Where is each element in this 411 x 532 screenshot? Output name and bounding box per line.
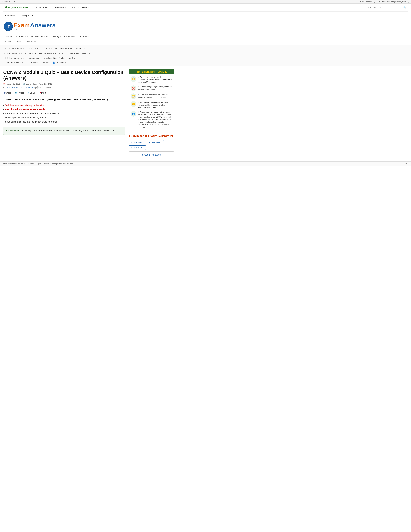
chevron-down-icon: »	[25, 61, 26, 64]
twitter-share-button[interactable]: 🐦 Tweet	[14, 91, 25, 95]
linkedin-share-button[interactable]: in Share	[27, 91, 37, 95]
facebook-share-button[interactable]: f Share	[3, 91, 12, 95]
covid-highlight: COVID-19	[158, 71, 167, 73]
chevron-down-icon: »	[51, 48, 52, 50]
sec-nav-security[interactable]: Security »	[74, 47, 87, 50]
nav-commands-help[interactable]: Commands Help	[31, 5, 52, 10]
chevron-down-icon: »	[88, 6, 89, 9]
sec-nav-ccna-cyberops[interactable]: CCNA CyberOps »	[3, 51, 23, 55]
home-icon: ⌂	[4, 35, 6, 38]
logo-container[interactable]: IT Exam Answers .net	[3, 22, 408, 31]
facebook-icon: f	[4, 92, 5, 94]
sec-nav-donation[interactable]: Donation	[28, 61, 40, 65]
site-logo-icon: IT	[3, 22, 13, 31]
main-nav-ccnp-v8[interactable]: CCNP v8 »	[77, 34, 91, 38]
chevron-down-icon: »	[65, 52, 66, 55]
browser-page-title: CCNA 2 Module 1 Quiz – Basic Device Conf…	[359, 1, 409, 3]
pinterest-share-button[interactable]: 𝙋 Pin it	[38, 91, 47, 95]
sec-nav-ccnp-v8[interactable]: CCNP v8 »	[24, 51, 37, 55]
nav-brand[interactable]: 🏛 IT Questions Bank	[3, 5, 30, 10]
top-nav-row1: 🏛 IT Questions Bank Commands Help Resour…	[3, 5, 408, 12]
nav-resources[interactable]: Resources »	[52, 5, 69, 10]
covid-rule-text-1: 1. Wash your hands frequently and thorou…	[138, 76, 172, 83]
logo-text: Exam Answers .net	[13, 22, 56, 31]
main-nav-row2: DevNet Linux » Other courses »	[3, 39, 408, 44]
covid-rule-text-2: 2. Do not touch your eyes, nose, or mout…	[138, 86, 172, 90]
covid-rule-4: 🤝 4. Avoid contact with people who have …	[131, 101, 172, 110]
chevron-down-icon: »	[20, 41, 21, 43]
share-bar: f Share 🐦 Tweet in Share 𝙋 Pin it	[3, 91, 125, 95]
sec-nav-it-essentials[interactable]: IT Essentials 7.0 »	[54, 47, 74, 50]
sec-nav-ccna-v7[interactable]: CCNA v7 »	[40, 47, 53, 50]
tag-ccna-v70[interactable]: CCNA v7.0	[25, 86, 35, 89]
system-test-link[interactable]: System Test Exam	[131, 153, 172, 156]
nav-ip-calculators[interactable]: ⊞ IP Calculators »	[69, 5, 92, 10]
sec-nav-networking-essentials[interactable]: Networking Essentials	[68, 51, 92, 55]
main-nav-it-essentials[interactable]: IT Essentials 7.0 »	[30, 34, 50, 38]
main-nav: ⌂ Home ☆ CCNA v7 » IT Essentials 7.0 » S…	[0, 33, 411, 45]
search-button[interactable]: 🔍	[402, 5, 408, 10]
sec-nav-contact[interactable]: Contact	[40, 61, 51, 65]
main-nav-linux[interactable]: Linux »	[13, 40, 23, 44]
main-nav-ccna-v7[interactable]: ☆ CCNA v7 »	[14, 34, 29, 38]
tag-ccna-course[interactable]: CCNA v7 Course #2	[6, 86, 23, 89]
system-test-box: System Test Exam	[129, 151, 174, 158]
browser-timestamp: 9/29/21, 6:11 PM	[2, 1, 16, 3]
chevron-down-icon: »	[38, 41, 39, 43]
sec-nav-ip-subnet[interactable]: IP Subnet Calculators »	[3, 61, 28, 65]
ccna-tab-3[interactable]: CCNA 3 – v7	[129, 145, 146, 150]
sec-nav-devnet-associate[interactable]: DevNet Associate	[38, 51, 57, 55]
update-icon: 🔄	[23, 83, 25, 85]
covid-rule-2: 🚫 2. Do not touch your eyes, nose, or mo…	[131, 86, 172, 92]
answer-item: Save command lines in a log file for fut…	[3, 120, 125, 124]
browser-bar: 9/29/21, 6:11 PM CCNA 2 Module 1 Quiz – …	[0, 0, 411, 3]
footer-url: https://itexamanswers.net/ccna-2-module-…	[3, 163, 73, 165]
ccna-tab-1[interactable]: CCNA 1 – v7	[129, 140, 146, 144]
logo-exam: Exam	[13, 22, 30, 28]
covid-rule-1: 🙌 1. Wash your hands frequently and thor…	[131, 76, 172, 85]
pinterest-icon: 𝙋	[39, 91, 41, 94]
content-wrapper: CCNA 2 Module 1 Quiz – Basic Device Conf…	[0, 66, 177, 161]
star-icon: ☆	[15, 35, 17, 38]
covid-rule-text-3: 3. Cover your mouth and nose with your s…	[138, 93, 172, 98]
answer-correct: Set the command history buffer size.	[5, 104, 45, 107]
no-touch-icon: 🚫	[131, 86, 136, 91]
article-last-updated: Last Updated: March 22, 2021	[26, 83, 52, 85]
cover-mouth-icon: 😷	[131, 93, 136, 99]
answer-correct: Recall previously entered commands.	[5, 108, 46, 111]
linkedin-icon: in	[28, 92, 29, 94]
pillars-icon: 🏛	[4, 48, 6, 50]
answer-item: View a list of commands entered in a pre…	[3, 112, 125, 116]
chevron-down-icon: »	[74, 57, 75, 59]
main-nav-home[interactable]: ⌂ Home	[3, 34, 13, 38]
sec-nav-my-account[interactable]: 👤 My account	[51, 61, 68, 65]
main-nav-other-courses[interactable]: Other courses »	[23, 40, 41, 44]
chevron-down-icon: »	[88, 36, 89, 38]
sec-nav-linux[interactable]: Linux »	[58, 51, 67, 55]
answer-item: Recall previously entered commands.	[3, 107, 125, 112]
main-nav-cyberops[interactable]: CyberOps »	[63, 34, 77, 38]
ccna-tab-2[interactable]: CCNA 2 – v7	[147, 140, 164, 144]
wear-mask-icon: 👥	[131, 111, 136, 116]
main-nav-devnet[interactable]: DevNet	[3, 40, 13, 44]
covid-rule-5: 👥 5. Wear a mask and avoid visiting crow…	[131, 111, 172, 129]
main-content: CCNA 2 Module 1 Quiz – Basic Device Conf…	[3, 69, 125, 158]
secondary-nav: 🏛 IT Questions Bank CCNA v6 » CCNA v7 » …	[0, 45, 411, 66]
sec-nav-questions-bank[interactable]: 🏛 IT Questions Bank	[3, 47, 26, 50]
nav-donations[interactable]: 𝙋 Donations	[3, 13, 19, 18]
search-input[interactable]	[366, 5, 402, 10]
explanation-text: The history command allows you to view a…	[20, 129, 115, 132]
footer-page-count: 1/6	[405, 163, 408, 165]
sec-nav-ios-commands[interactable]: IOS Commands Help	[3, 56, 26, 60]
nav-my-account[interactable]: ⊙ My account	[20, 13, 37, 18]
ccna-section: CCNA v7.0 Exam Answers CCNA 1 – v7 CCNA …	[129, 134, 174, 158]
covid-rule-text-4: 4. Avoid contact with people who have sy…	[138, 101, 172, 109]
sec-nav-resources[interactable]: Resources »	[26, 56, 41, 60]
chevron-down-icon: »	[37, 48, 38, 50]
sec-nav-ccna-v6[interactable]: CCNA v6 »	[26, 47, 40, 50]
main-nav-security[interactable]: Security »	[50, 34, 62, 38]
sec-nav-download-packet-tracer[interactable]: Download Cisco Packet Tracer 8 »	[41, 56, 76, 60]
top-nav: 🏛 IT Questions Bank Commands Help Resour…	[0, 3, 411, 19]
covid-content: 🙌 1. Wash your hands frequently and thor…	[129, 74, 174, 131]
person-icon: 👤	[53, 61, 55, 64]
